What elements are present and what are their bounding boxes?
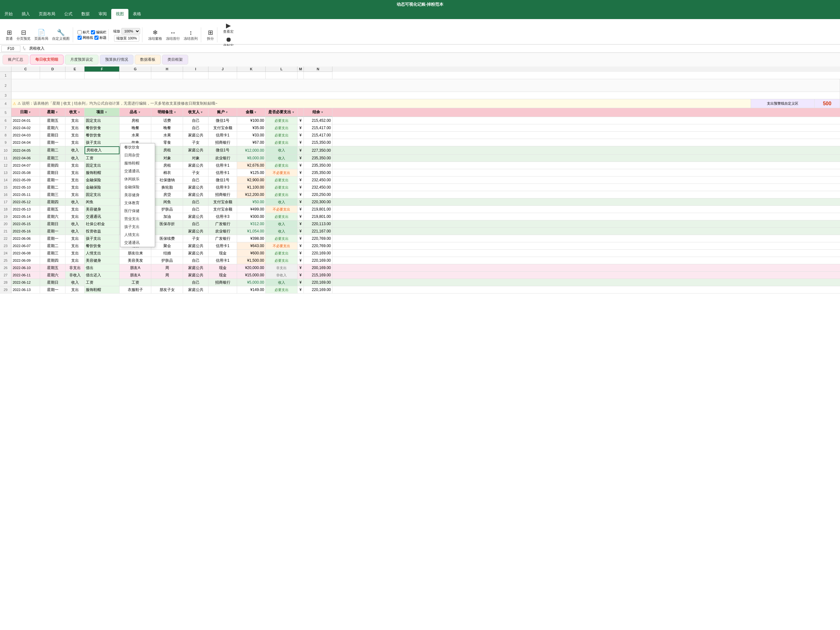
cell-date[interactable]: 2022-05-11 [11,191,40,198]
cell-note[interactable]: 结婚 [151,250,183,256]
cell-payer[interactable]: 家庭公共 [183,264,208,271]
cell-category[interactable]: 金融保险 [85,177,120,184]
cell-note[interactable]: 护肤品 [151,206,183,213]
cell-amount[interactable]: ¥33.00 [237,131,266,139]
editbar-checkbox[interactable]: 编辑栏 [91,30,106,35]
cell-category[interactable]: 餐饮饮食 [85,242,120,249]
cell-amount[interactable]: ¥643.00 [237,242,266,249]
cell-date[interactable]: 2022-06-08 [11,250,40,256]
cell-balance[interactable]: 220,169.00 [304,279,332,286]
cell-payer[interactable]: 家庭公共 [183,184,208,191]
cell-date[interactable]: 2022-04-01 [11,117,40,124]
cell-type[interactable]: 支出 [65,286,85,293]
cell-payer[interactable]: 家庭公共 [183,191,208,198]
cell-weekday[interactable]: 星期五 [40,264,65,271]
fit-zoom-btn[interactable]: 缩放至 100% [114,35,139,42]
dropdown-item-4[interactable]: 休闲娱乐 [120,175,155,183]
cell-reference[interactable] [1,46,21,52]
cell-balance[interactable]: 220,169.00 [304,286,332,293]
dropdown-item-10[interactable]: 孩子支出 [120,223,155,231]
cell-weekday[interactable]: 星期一 [40,286,65,293]
cell-necessary[interactable]: 不必要支出 [266,206,297,213]
cell-weekday[interactable]: 星期二 [40,242,65,249]
cell-date[interactable]: 2022-06-07 [11,242,40,249]
cell-note[interactable]: 话费 [151,117,183,124]
cell-amount[interactable]: ¥312.00 [237,220,266,227]
freeze-col-btn[interactable]: ↕ 冻结首列 [182,28,199,42]
cell-necessary[interactable]: 必要支出 [266,177,297,184]
cell-type[interactable]: 支出 [65,213,85,220]
cell-date[interactable]: 2022-05-10 [11,184,40,191]
cell-type[interactable]: 支出 [65,177,85,184]
cell-product[interactable]: 房租 [120,117,151,124]
cell-category[interactable]: 交通通讯 [85,213,120,220]
cell-necessary[interactable]: 非支出 [266,264,297,271]
cell-type[interactable]: 支出 [65,242,85,249]
cell-balance[interactable]: 221,167.00 [304,228,332,235]
dropdown-item-3[interactable]: 交通通讯 [120,167,155,175]
cell-balance[interactable]: 235,350.00 [304,155,332,161]
cell-product[interactable]: 朋友往来 [120,250,151,256]
cell-date[interactable]: 2022-05-13 [11,206,40,213]
cell-product[interactable]: 衣服鞋子 [120,286,151,293]
cell-payer[interactable]: 家庭公共 [183,242,208,249]
cell-amount[interactable]: ¥8,000.00 [237,155,266,161]
cell-weekday[interactable]: 星期日 [40,279,65,286]
header-balance[interactable]: 结余 ▼ [304,108,332,117]
cell-c1[interactable] [11,72,40,79]
cell-amount[interactable]: ¥50.00 [237,198,266,206]
cell-date[interactable]: 2022-06-11 [11,272,40,279]
cell-necessary[interactable]: 收入 [266,220,297,227]
col-header-j[interactable]: J [208,66,237,72]
cell-date[interactable]: 2022-05-12 [11,198,40,206]
cell-date[interactable]: 2022-06-13 [11,286,40,293]
ribbon-tab-数据[interactable]: 数据 [77,9,94,19]
cell-amount[interactable]: ¥600.00 [237,250,266,256]
cell-account[interactable]: 支付宝余额 [208,124,237,131]
cell-balance[interactable]: 227,350.00 [304,146,332,154]
cell-payer[interactable]: 家庭公共 [183,131,208,139]
heading-checkbox[interactable]: 标题 [95,35,106,40]
cell-account[interactable]: 信用卡3 [208,213,237,220]
formula-input[interactable] [28,46,839,52]
cell-weekday[interactable]: 星期二 [40,146,65,154]
cell-account[interactable]: 微信1号 [208,117,237,124]
cell-type[interactable]: 支出 [65,131,85,139]
cell-category[interactable]: 固定支出 [85,117,120,124]
col-header-g[interactable]: G [120,66,151,72]
cell-category[interactable]: 工资 [85,279,120,286]
cell-category[interactable]: 房租收入 [85,146,120,154]
cell-necessary[interactable]: 必要支出 [266,131,297,139]
cell-date[interactable]: 2022-05-14 [11,213,40,220]
sheet-tab-类目框架[interactable]: 类目框架 [162,55,188,65]
cell-amount[interactable]: ¥1,500.00 [237,257,266,264]
cell-category[interactable]: 固定支出 [85,191,120,198]
cell-note[interactable]: 房租 [151,146,183,154]
cell-necessary[interactable]: 收入 [266,279,297,286]
cell-amount[interactable]: ¥35.00 [237,124,266,131]
cell-note[interactable]: 医保存折 [151,220,183,227]
cell-weekday[interactable]: 星期四 [40,257,65,264]
cell-weekday[interactable]: 星期三 [40,191,65,198]
cell-category[interactable]: 人情支出 [85,250,120,256]
ribbon-tab-页面布局[interactable]: 页面布局 [34,9,60,19]
cell-type[interactable]: 非收入 [65,272,85,279]
cell-m1[interactable] [297,72,304,79]
cell-account[interactable]: 招商银行 [208,191,237,198]
sheet-tab-账户汇总[interactable]: 账户汇总 [3,55,28,65]
ruler-checkbox[interactable]: 标尺 [77,30,90,35]
cell-note[interactable] [151,279,183,286]
cell-account[interactable]: 招商银行 [208,279,237,286]
cell-weekday[interactable]: 星期日 [40,131,65,139]
cell-balance[interactable]: 220,769.00 [304,242,332,249]
cell-weekday[interactable]: 星期五 [40,206,65,213]
cell-weekday[interactable]: 星期日 [40,220,65,227]
cell-amount[interactable]: ¥100.00 [237,117,266,124]
cell-payer[interactable]: 家庭公共 [183,213,208,220]
cell-necessary[interactable]: 必要支出 [266,235,297,242]
dropdown-item-7[interactable]: 文体教育 [120,199,155,207]
cell-note[interactable]: 闲鱼 [151,198,183,206]
cell-account[interactable]: 微信1号 [208,146,237,154]
sheet-tab-预算执行情况[interactable]: 预算执行情况 [100,55,134,65]
cell-note[interactable]: 朋友子女 [151,286,183,293]
